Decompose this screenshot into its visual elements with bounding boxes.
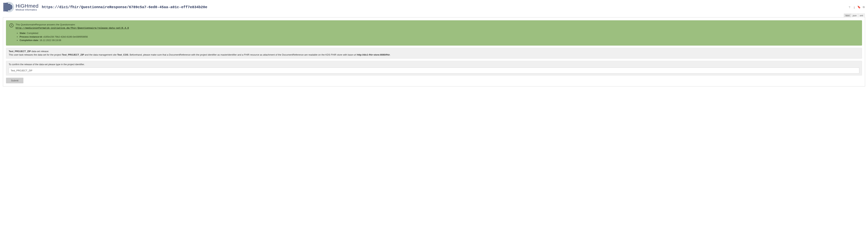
confirm-block: To confirm the release of the data-set p… — [6, 61, 862, 76]
logo-subtitle: Medical Informatics — [16, 8, 38, 11]
logo: HiGHmed Medical Informatics — [3, 1, 38, 13]
format-tabs: html json xml — [3, 13, 865, 18]
tab-html[interactable]: html — [844, 13, 851, 18]
copy-icon[interactable]: ⧉ — [862, 6, 865, 8]
info-completion-date: Completion date: 16.12.2022 09:19:08 — [20, 39, 859, 42]
description-block: Test_PROJECT_ZIP data-set release: This … — [6, 48, 862, 59]
project-identifier-input[interactable] — [9, 67, 859, 73]
confirm-label: To confirm the release of the data-set p… — [9, 63, 859, 66]
download-icon[interactable]: ⭳ — [853, 6, 856, 8]
questionnaire-link[interactable]: http://medizininformatik-initiative.de/f… — [16, 27, 129, 29]
submit-button[interactable]: Submit — [6, 78, 23, 83]
help-icon[interactable]: ? — [848, 6, 851, 8]
main-panel: i This QuestionnaireResponse answers the… — [3, 17, 865, 86]
tab-json[interactable]: json — [851, 13, 858, 18]
info-banner: i This QuestionnaireResponse answers the… — [6, 20, 862, 46]
page-url: https://dic1/fhir/QuestionnaireResponse/… — [42, 5, 207, 9]
info-state: State: Completed — [20, 32, 859, 35]
bookmark-icon[interactable]: 🔖 — [858, 6, 860, 8]
info-icon: i — [9, 23, 13, 27]
logo-title: HiGHmed — [16, 3, 38, 8]
info-process-id: Process instance-id: d165e158-79b2-42b0-… — [20, 35, 859, 38]
logo-mark — [3, 1, 14, 13]
tab-xml[interactable]: xml — [858, 13, 865, 18]
info-lead: This QuestionnaireResponse answers the Q… — [16, 23, 75, 26]
